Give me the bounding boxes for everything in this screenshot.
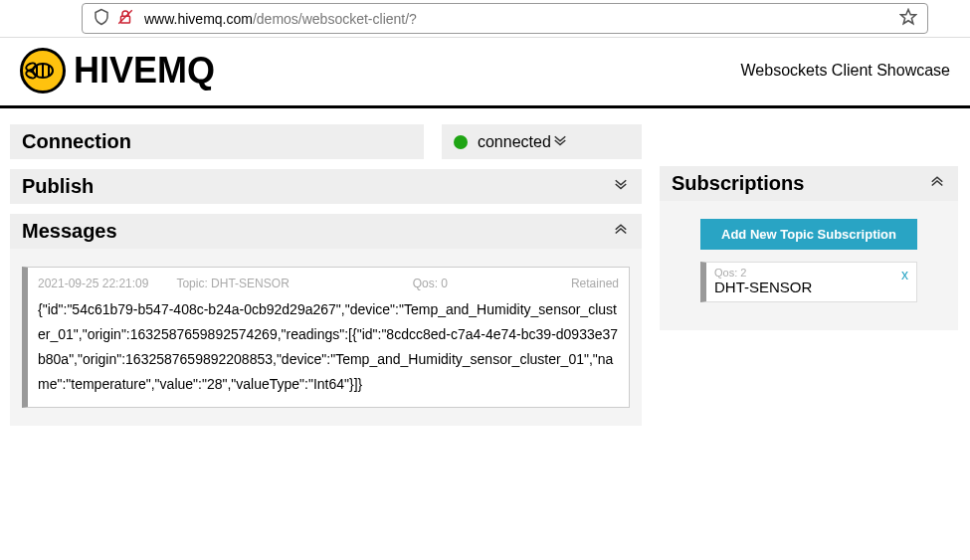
- messages-panel-header[interactable]: Messages: [10, 214, 642, 249]
- page-header: HIVEMQ Websockets Client Showcase: [0, 38, 970, 108]
- subscriptions-title: Subscriptions: [672, 172, 804, 195]
- status-dot-icon: [454, 135, 468, 149]
- messages-title: Messages: [22, 220, 117, 243]
- messages-panel-body: 2021-09-25 22:21:09 Topic: DHT-SENSOR Qo…: [10, 249, 642, 426]
- brand-logo[interactable]: HIVEMQ: [20, 48, 215, 93]
- chevron-up-icon[interactable]: [612, 220, 630, 243]
- url-host: www.hivemq.com: [144, 11, 253, 27]
- message-topic: Topic: DHT-SENSOR: [176, 274, 289, 295]
- message-timestamp: 2021-09-25 22:21:09: [38, 274, 148, 295]
- message-qos: Qos: 0: [413, 274, 448, 295]
- publish-title: Publish: [22, 175, 94, 198]
- subscriptions-panel-header[interactable]: Subscriptions: [660, 166, 958, 201]
- subscription-qos: Qos: 2: [714, 267, 908, 279]
- showcase-label: Websockets Client Showcase: [741, 62, 950, 80]
- chevron-up-icon[interactable]: [928, 172, 946, 195]
- svg-marker-2: [901, 10, 916, 24]
- message-payload: {"id":"54c61b79-b547-408c-b24a-0cb92d29a…: [38, 297, 619, 398]
- chevron-down-icon[interactable]: [551, 131, 569, 153]
- connection-status-bar[interactable]: connected: [442, 124, 642, 159]
- connection-status-text: connected: [478, 133, 551, 151]
- publish-panel-header[interactable]: Publish: [10, 169, 642, 204]
- address-bar: www.hivemq.com /demos/websocket-client/?: [0, 0, 970, 38]
- brand-text: HIVEMQ: [74, 50, 215, 92]
- connection-panel-header[interactable]: Connection: [10, 124, 424, 159]
- add-subscription-button[interactable]: Add New Topic Subscription: [700, 219, 917, 250]
- bee-icon: [20, 48, 66, 93]
- shield-icon: [93, 8, 110, 29]
- url-field[interactable]: www.hivemq.com /demos/websocket-client/?: [82, 3, 928, 34]
- subscriptions-panel-body: Add New Topic Subscription Qos: 2 DHT-SE…: [660, 201, 958, 330]
- lock-strike-icon: [116, 8, 134, 29]
- connection-title: Connection: [22, 130, 131, 153]
- chevron-down-icon[interactable]: [612, 175, 630, 198]
- url-path: /demos/websocket-client/?: [253, 11, 417, 27]
- bookmark-star-icon[interactable]: [899, 8, 917, 29]
- subscription-topic: DHT-SENSOR: [714, 279, 908, 295]
- message-item: 2021-09-25 22:21:09 Topic: DHT-SENSOR Qo…: [22, 267, 630, 408]
- subscription-item: Qos: 2 DHT-SENSOR x: [700, 262, 917, 302]
- remove-subscription-button[interactable]: x: [901, 267, 908, 282]
- message-retained: Retained: [571, 274, 619, 295]
